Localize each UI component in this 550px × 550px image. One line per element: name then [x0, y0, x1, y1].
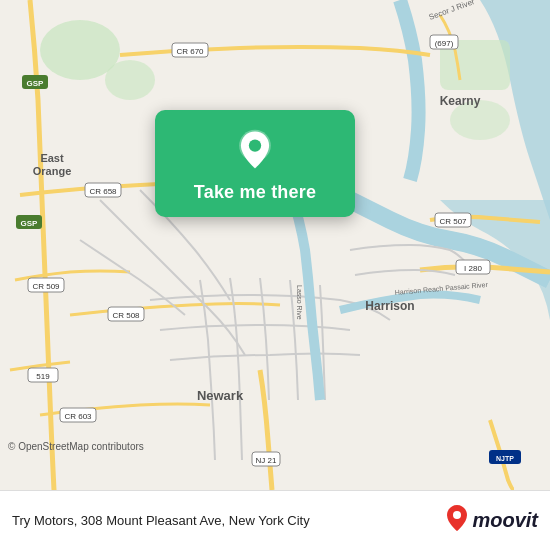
svg-text:CR 507: CR 507: [439, 217, 467, 226]
svg-text:Newark: Newark: [197, 388, 244, 403]
take-me-there-label: Take me there: [194, 182, 316, 203]
svg-text:NJ 21: NJ 21: [256, 456, 277, 465]
svg-text:NJTP: NJTP: [496, 455, 514, 462]
moovit-logo[interactable]: moovit: [446, 504, 538, 538]
svg-text:GSP: GSP: [27, 79, 45, 88]
svg-text:CR 603: CR 603: [64, 412, 92, 421]
osm-attribution: © OpenStreetMap contributors: [8, 441, 144, 452]
svg-text:Harrison: Harrison: [365, 299, 414, 313]
svg-text:CR 670: CR 670: [176, 47, 204, 56]
map-container: GSP GSP CR 670 CR 658 CR 508 CR 509 519 …: [0, 0, 550, 490]
bottom-content: Try Motors, 308 Mount Pleasant Ave, New …: [12, 504, 538, 538]
svg-text:CR 658: CR 658: [89, 187, 117, 196]
moovit-wordmark: moovit: [472, 509, 538, 532]
svg-text:(697): (697): [435, 39, 454, 48]
svg-text:CR 509: CR 509: [32, 282, 60, 291]
bottom-bar: Try Motors, 308 Mount Pleasant Ave, New …: [0, 490, 550, 550]
svg-text:Orange: Orange: [33, 165, 72, 177]
svg-point-41: [453, 511, 461, 519]
svg-point-40: [249, 139, 261, 151]
svg-text:CR 508: CR 508: [112, 311, 140, 320]
svg-text:Kearny: Kearny: [440, 94, 481, 108]
svg-point-2: [105, 60, 155, 100]
take-me-there-card[interactable]: Take me there: [155, 110, 355, 217]
map-background: GSP GSP CR 670 CR 658 CR 508 CR 509 519 …: [0, 0, 550, 490]
location-pin-icon: [233, 128, 277, 172]
location-text: Try Motors, 308 Mount Pleasant Ave, New …: [12, 513, 446, 528]
svg-text:East: East: [40, 152, 64, 164]
svg-text:GSP: GSP: [21, 219, 39, 228]
svg-text:I 280: I 280: [464, 264, 482, 273]
moovit-pin-icon: [446, 504, 468, 538]
svg-text:519: 519: [36, 372, 50, 381]
svg-text:Lasso Rive: Lasso Rive: [296, 285, 303, 320]
